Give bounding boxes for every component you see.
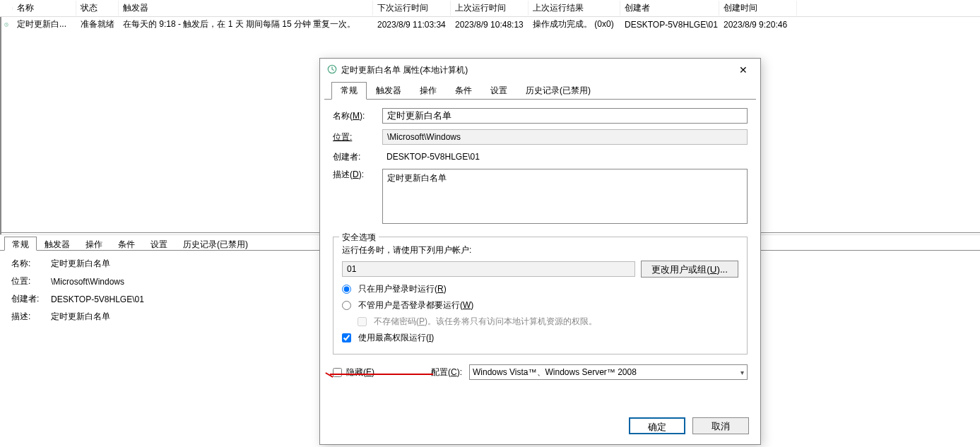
task-author: DESKTOP-5V8HLGE\01 [620,20,719,30]
tab-history[interactable]: 历史记录(已禁用) [175,237,256,251]
chevron-down-icon: ▾ [740,369,744,376]
dlg-name-label: 名称(M): [333,110,382,122]
close-button[interactable]: ✕ [733,62,753,78]
clock-icon [327,64,337,76]
tab-actions[interactable]: 操作 [78,237,110,251]
detail-desc-value: 定时更新白名单 [47,311,110,323]
account-display: 01 [342,261,635,277]
config-select[interactable]: Windows Vista™、Windows Server™ 2008 ▾ [469,364,748,380]
detail-name-label: 名称: [11,258,47,270]
tab-triggers[interactable]: 触发器 [37,237,78,251]
grid-header: 名称 状态 触发器 下次运行时间 上次运行时间 上次运行结果 创建者 创建时间 [0,0,980,17]
task-name: 定时更新白... [13,18,76,30]
ok-button[interactable]: 确定 [629,417,685,434]
checkbox-no-password-label: 不存储密码(P)。该任务将只有访问本地计算机资源的权限。 [374,316,597,328]
checkbox-hidden-label: 隐藏(E) [346,366,374,379]
security-legend: 安全选项 [339,232,379,244]
dlg-tab-history[interactable]: 历史记录(已禁用) [516,82,600,100]
dialog-title: 定时更新白名单 属性(本地计算机) [341,64,733,76]
dlg-location-value: \Microsoft\Windows [382,129,748,145]
checkbox-hidden[interactable] [333,368,342,377]
task-row[interactable]: 定时更新白... 准备就绪 在每天的 9:18 - 触发后，在 1 天 期间每隔… [0,17,980,31]
col-header-trigger[interactable]: 触发器 [119,1,373,16]
tab-conditions[interactable]: 条件 [110,237,143,251]
checkbox-no-password [358,317,367,326]
col-header-name[interactable]: 名称 [13,1,76,16]
dlg-desc-input[interactable]: 定时更新白名单 [382,169,748,224]
checkbox-highest-priv-label: 使用最高权限运行(I) [358,332,434,344]
radio-run-logged-on-label: 只在用户登录时运行(R) [358,283,447,295]
security-prompt: 运行任务时，请使用下列用户帐户: [342,244,738,256]
task-trigger: 在每天的 9:18 - 触发后，在 1 天 期间每隔 15 分钟 重复一次。 [119,18,373,30]
col-header-created[interactable]: 创建时间 [719,1,797,16]
col-header-status[interactable]: 状态 [76,1,119,16]
dlg-name-input[interactable] [382,108,748,124]
red-underline-annotation [330,374,433,375]
task-last: 2023/8/9 10:48:13 [451,20,529,30]
security-options-fieldset: 安全选项 运行任务时，请使用下列用户帐户: 01 更改用户或组(U)... 只在… [333,237,748,354]
task-next: 2023/8/9 11:03:34 [373,20,451,30]
radio-run-always[interactable] [342,301,351,310]
cancel-button[interactable]: 取消 [692,417,749,434]
dlg-author-label: 创建者: [333,151,382,163]
col-header-result[interactable]: 上次运行结果 [529,1,620,16]
dlg-tab-settings[interactable]: 设置 [481,82,516,100]
tab-settings[interactable]: 设置 [143,237,175,251]
radio-run-logged-on[interactable] [342,285,351,294]
dlg-tab-conditions[interactable]: 条件 [446,82,481,100]
dialog-tabstrip: 常规 触发器 操作 条件 设置 历史记录(已禁用) [324,81,756,100]
clock-icon [0,20,13,30]
radio-run-always-label: 不管用户是否登录都要运行(W) [358,299,473,311]
dlg-location-label: 位置: [333,131,382,143]
dlg-author-value: DESKTOP-5V8HLGE\01 [382,150,484,163]
tab-general[interactable]: 常规 [4,237,37,251]
dlg-tab-general[interactable]: 常规 [331,82,367,100]
config-label: 配置(C): [431,366,462,379]
col-header-last[interactable]: 上次运行时间 [451,1,529,16]
change-user-button[interactable]: 更改用户或组(U)... [641,261,738,278]
detail-name-value: 定时更新白名单 [47,258,110,270]
detail-author-value: DESKTOP-5V8HLGE\01 [47,294,144,304]
dlg-tab-triggers[interactable]: 触发器 [367,82,411,100]
task-result: 操作成功完成。 (0x0) [529,18,620,30]
dlg-desc-label: 描述(D): [333,169,382,181]
task-status: 准备就绪 [76,18,119,30]
detail-desc-label: 描述: [11,311,47,323]
detail-location-label: 位置: [11,275,47,287]
col-header-next[interactable]: 下次运行时间 [373,1,451,16]
dialog-titlebar[interactable]: 定时更新白名单 属性(本地计算机) ✕ [320,59,760,81]
col-header-author[interactable]: 创建者 [620,1,719,16]
dlg-tab-actions[interactable]: 操作 [411,82,446,100]
detail-author-label: 创建者: [11,293,47,305]
config-value: Windows Vista™、Windows Server™ 2008 [473,366,637,379]
checkbox-highest-priv[interactable] [342,333,351,342]
task-properties-dialog: 定时更新白名单 属性(本地计算机) ✕ 常规 触发器 操作 条件 设置 历史记录… [319,58,761,445]
task-created: 2023/8/9 9:20:46 [719,20,797,30]
detail-location-value: \Microsoft\Windows [47,277,124,287]
